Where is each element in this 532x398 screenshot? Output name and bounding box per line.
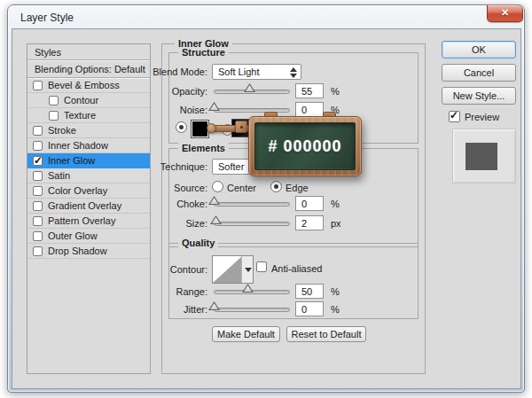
style-checkbox[interactable] [33,81,43,90]
blend-mode-dropdown[interactable]: Soft Light [212,64,301,80]
sidebar-item-label: Drop Shadow [48,246,107,256]
sidebar-item-label: Pattern Overlay [48,215,115,226]
sidebar-item-label: Stroke [48,125,76,136]
style-checkbox[interactable] [33,171,43,181]
close-icon: ✕ [501,7,509,18]
wooden-frame: # 000000 [248,116,362,176]
reset-to-default-button[interactable]: Reset to Default [286,326,366,342]
blend-mode-value: Soft Light [218,66,259,77]
sidebar-item-blending-options[interactable]: Blending Options: Default [27,60,150,78]
sidebar-item-label: Inner Shadow [48,140,108,151]
jitter-unit: % [331,304,340,315]
sidebar-item-inner-shadow[interactable]: Inner Shadow [27,138,150,153]
choke-unit: % [331,199,340,209]
style-checkbox[interactable] [33,156,43,166]
jitter-input[interactable] [295,301,324,316]
preview-checkbox[interactable] [449,111,460,122]
style-checkbox[interactable] [33,201,43,211]
opacity-input[interactable] [295,83,324,98]
range-input[interactable] [295,284,324,299]
close-button[interactable]: ✕ [487,5,523,22]
size-unit: px [331,218,341,229]
noise-label: Noise: [149,105,207,115]
make-default-button[interactable]: Make Default [212,326,280,342]
wooden-pin-circle [207,123,216,133]
sidebar-item-color-overlay[interactable]: Color Overlay [27,183,150,199]
updown-arrows-icon [290,66,297,78]
sidebar-item-contour[interactable]: Contour [27,93,150,108]
size-input[interactable] [295,215,324,230]
cancel-button[interactable]: Cancel [442,64,516,82]
style-checkbox[interactable] [49,111,59,121]
sidebar-item-stroke[interactable]: Stroke [27,123,150,138]
sidebar-item-bevel-emboss[interactable]: Bevel & Emboss [27,78,150,93]
range-unit: % [331,286,340,297]
jitter-slider-track[interactable] [214,308,290,312]
style-checkbox[interactable] [33,126,43,136]
sidebar-item-label: Contour [64,95,98,105]
styles-list: Bevel & EmbossContourTextureStrokeInner … [27,78,150,259]
source-label: Source: [149,183,207,193]
sidebar-item-styles[interactable]: Styles [27,44,150,60]
ok-button[interactable]: OK [442,41,516,59]
color-radio[interactable] [176,121,187,133]
opacity-label: Opacity: [149,86,207,97]
style-checkbox[interactable] [33,141,43,151]
noise-slider-track[interactable] [214,108,290,113]
preview-panel [452,129,516,183]
style-checkbox[interactable] [33,216,43,226]
jitter-label: Jitter: [149,304,207,315]
noise-input[interactable] [295,102,324,117]
dialog-body: Styles Blending Options: Default Bevel &… [12,28,521,389]
anti-aliased-checkbox[interactable] [256,261,267,272]
sidebar-item-satin[interactable]: Satin [27,168,150,183]
quality-legend: Quality [178,238,218,248]
opacity-unit: % [331,86,340,97]
blend-mode-label: Blend Mode: [149,66,207,77]
contour-label: Contour: [149,264,207,275]
sidebar-item-inner-glow[interactable]: Inner Glow [27,153,150,168]
sidebar-item-outer-glow[interactable]: Outer Glow [27,229,150,244]
technique-value: Softer [218,161,244,172]
contour-dropdown-arrow-icon[interactable] [241,256,253,283]
technique-label: Technique: [149,161,207,172]
wooden-pin-square [235,121,247,133]
sidebar-item-label: Outer Glow [48,230,98,241]
choke-label: Choke: [149,199,207,209]
new-style-button[interactable]: New Style... [442,87,516,105]
style-checkbox[interactable] [33,231,43,241]
choke-input[interactable] [295,196,324,211]
sidebar-item-drop-shadow[interactable]: Drop Shadow [27,244,150,259]
style-checkbox[interactable] [33,246,43,256]
size-slider-track[interactable] [214,222,290,226]
source-edge-radio[interactable] [270,181,282,192]
layer-style-dialog: Layer Style ✕ Styles Blending Options: D… [7,4,525,393]
color-hex-value: # 000000 [268,137,341,156]
contour-linear-icon [213,256,242,283]
choke-slider-track[interactable] [214,202,290,207]
source-edge-label: Edge [286,183,309,193]
sidebar-item-label: Gradient Overlay [48,200,121,211]
range-label: Range: [149,286,207,297]
source-center-radio[interactable] [212,181,223,192]
preview-swatch [466,143,497,170]
elements-legend: Elements [178,143,229,153]
chalkboard: # 000000 [254,122,356,170]
sidebar-item-pattern-overlay[interactable]: Pattern Overlay [27,214,150,229]
anti-aliased-label: Anti-aliased [271,263,322,274]
sidebar-item-label: Inner Glow [48,155,95,166]
preview-label: Preview [465,112,499,122]
styles-sidebar: Styles Blending Options: Default Bevel &… [27,43,151,374]
sidebar-item-gradient-overlay[interactable]: Gradient Overlay [27,199,150,214]
sidebar-item-label: Bevel & Emboss [48,80,120,90]
style-checkbox[interactable] [49,96,59,105]
structure-legend: Structure [178,47,229,58]
style-checkbox[interactable] [33,186,43,196]
source-center-label: Center [227,183,256,193]
sidebar-item-label: Satin [48,170,70,181]
dialog-title: Layer Style [20,12,74,24]
size-label: Size: [149,218,207,229]
sidebar-item-label: Texture [64,110,96,121]
sidebar-item-texture[interactable]: Texture [27,108,150,123]
contour-picker[interactable] [212,255,254,284]
